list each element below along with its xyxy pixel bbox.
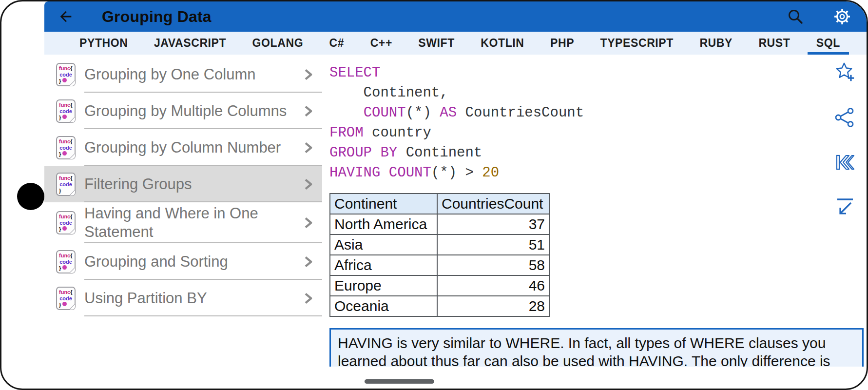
magenta-dot [62,226,67,231]
gesture-pill[interactable] [365,379,434,384]
table-row: Africa58 [330,255,549,275]
tab-typescript[interactable]: TYPESCRIPT [591,32,683,55]
topic-list: func{code}Grouping by One Columnfunc{cod… [44,55,322,367]
app-bar: Grouping Data [44,1,867,32]
tab-python[interactable]: PYTHON [70,32,137,55]
sidebar-item-label: Grouping by Multiple Columns [84,102,287,120]
settings-button[interactable] [830,5,854,28]
chevron-right-icon [301,215,315,230]
chevron-right-icon [301,67,315,82]
magenta-dot [62,265,67,270]
code-line: COUNT(*) AS CountriesCount [329,103,867,123]
table-cell: 28 [437,296,549,316]
sidebar-item-label: Grouping and Sorting [84,253,228,271]
add-favorite-icon [833,61,856,84]
table-cell: 58 [437,255,549,275]
table-cell: Asia [330,234,437,255]
column-header: CountriesCount [437,194,549,214]
code-line: HAVING COUNT(*) > 20 [329,163,867,183]
code-line: SELECT [329,63,867,83]
sidebar-item-label: Grouping by Column Number [84,138,281,157]
share-button[interactable] [833,106,856,129]
tab-ruby[interactable]: RUBY [690,32,742,55]
note-box: HAVING is very similar to WHERE. In fact… [329,328,864,367]
language-tab-bar: PYTHONJAVASCRIPTGOLANGC#C++SWIFTKOTLINPH… [44,32,867,55]
table-row: Europe46 [330,275,549,296]
sidebar-item-label: Using Partition BY [84,289,207,308]
table-cell: Oceania [330,296,437,316]
tab-php[interactable]: PHP [540,32,584,55]
chevron-right-icon [301,104,315,118]
share-icon [833,106,856,129]
table-row: Asia51 [330,234,549,255]
search-button[interactable] [786,7,805,26]
tab-c[interactable]: C++ [361,32,402,55]
skip-to-first-icon [833,151,856,174]
chevron-right-icon [301,177,315,192]
sidebar-item[interactable]: func{code}Grouping by One Column [44,56,322,93]
table-header-row: ContinentCountriesCount [330,194,549,214]
chevron-right-icon [301,254,315,269]
code-doc-icon: func{code} [56,136,76,159]
sql-code-block: SELECT Continent, COUNT(*) AS CountriesC… [329,55,867,183]
sidebar-item[interactable]: func{code}Grouping and Sorting [44,243,322,280]
code-line: FROM country [329,123,867,143]
sidebar-item[interactable]: func{code}Using Partition BY [44,280,322,316]
table-cell: Africa [330,255,437,275]
tab-rust[interactable]: RUST [749,32,800,55]
page-title: Grouping Data [102,8,212,26]
tab-kotlin[interactable]: KOTLIN [471,32,534,55]
code-doc-icon: func{code} [56,287,76,310]
result-table: ContinentCountriesCountNorth America37As… [329,193,550,317]
table-cell: 37 [437,214,549,234]
back-button[interactable] [57,8,75,25]
tab-swift[interactable]: SWIFT [408,32,464,55]
sidebar-item[interactable]: func{code}Grouping by Multiple Columns [44,93,322,129]
code-doc-icon: func{code} [56,173,76,196]
tab-javascript[interactable]: JAVASCRIPT [144,32,236,55]
code-line: Continent, [329,83,867,103]
gear-icon [831,5,853,28]
sidebar-item[interactable]: func{code}Grouping by Column Number [44,129,322,166]
jump-to-bottom-icon [833,196,856,218]
table-cell: 46 [437,275,549,296]
code-doc-icon: func{code} [56,63,76,86]
tab-golang[interactable]: GOLANG [243,32,313,55]
jump-to-bottom-button[interactable] [833,196,856,218]
chevron-right-icon [301,291,315,306]
content-area: func{code}Grouping by One Columnfunc{cod… [44,55,867,367]
table-cell: Europe [330,275,437,296]
table-row: Oceania28 [330,296,549,316]
magenta-dot [62,115,67,119]
arrow-left-icon [58,8,74,25]
sidebar-item[interactable]: func{code}Having and Where in One Statem… [44,202,322,243]
table-row: North America37 [330,214,549,234]
tab-c[interactable]: C# [320,32,354,55]
code-doc-icon: func{code} [56,250,76,273]
table-cell: 51 [437,234,549,255]
camera-punch-hole [17,183,44,210]
code-doc-icon: func{code} [56,211,76,234]
column-header: Continent [330,194,437,214]
code-doc-icon: func{code} [56,99,76,123]
tab-sql[interactable]: SQL [807,32,850,55]
action-rail [833,61,856,218]
table-cell: North America [330,214,437,234]
magenta-dot [62,78,67,82]
lesson-panel: SELECT Continent, COUNT(*) AS CountriesC… [322,55,867,367]
sidebar-item-label: Filtering Groups [84,175,192,194]
add-favorite-button[interactable] [833,61,856,84]
sidebar-item[interactable]: func{code}Filtering Groups [44,166,322,202]
sidebar-item-label: Grouping by One Column [84,65,256,84]
code-line: GROUP BY Continent [329,143,867,163]
sidebar-item-label: Having and Where in One Statement [84,204,294,241]
magenta-dot [62,151,67,156]
phone-screen: Grouping Data [0,0,868,390]
skip-to-first-button[interactable] [833,151,856,174]
search-icon [786,7,805,26]
magenta-dot [62,302,67,306]
chevron-right-icon [301,140,315,155]
app-window: Grouping Data [44,1,867,367]
